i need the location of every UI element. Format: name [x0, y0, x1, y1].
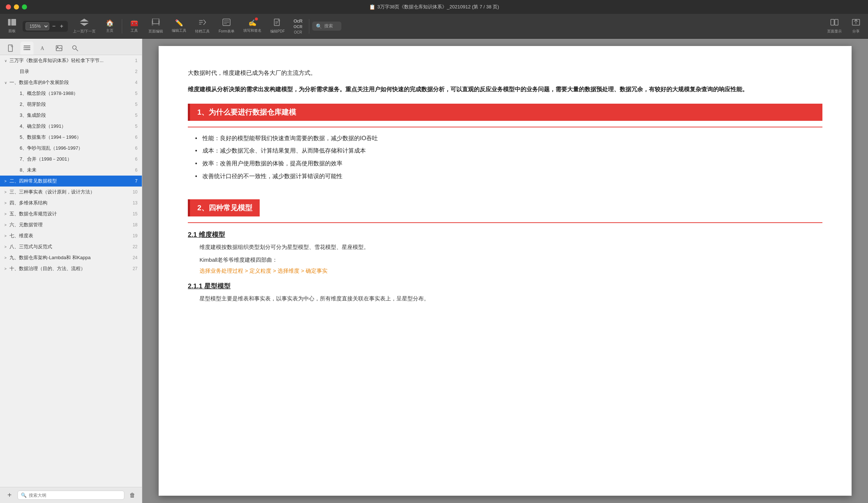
form-button[interactable]: Form表单 [215, 17, 238, 35]
maximize-button[interactable] [22, 4, 27, 9]
subsection21-title: 2.1 维度模型 [188, 230, 822, 239]
toc-toggle: ∨ [4, 59, 9, 63]
edit-pdf-icon [274, 19, 282, 28]
edit-pdf-button[interactable]: 编辑PDF [267, 17, 288, 35]
sidebar-tab-text[interactable]: A [36, 42, 50, 55]
subsection21-text1: 维度建模按数据组织类型划分可分为星型模型、雪花模型、星座模型。 [199, 242, 822, 252]
subsection21-text2: Kimball老爷爷维度建模四部曲： [199, 255, 822, 265]
edit-tools-button[interactable]: ✏️ 编辑工具 [168, 18, 190, 35]
app-icon: 📋 [369, 4, 375, 10]
section1-divider [188, 127, 822, 127]
toc-item[interactable]: 2、萌芽阶段 5 [0, 99, 142, 110]
bullet-item: 成本：减少数据冗余、计算结果复用、从而降低存储和计算成本 [195, 146, 822, 156]
sidebar-tab-search[interactable] [69, 42, 82, 55]
subsection211-title: 2.1.1 星型模型 [188, 282, 822, 291]
toc-item[interactable]: > 八、三范式与反范式 22 [0, 241, 142, 252]
svg-text:A: A [40, 46, 44, 51]
svg-rect-12 [831, 19, 834, 25]
svg-point-20 [24, 47, 24, 48]
panel-button[interactable]: 面板 [3, 18, 21, 35]
nav-button[interactable]: 上一页/下一页 [69, 17, 100, 35]
svg-rect-11 [274, 19, 279, 26]
svg-rect-16 [8, 45, 12, 51]
toc-item[interactable]: 6、争吵与混乱（1996-1997） 6 [0, 143, 142, 154]
divider-2 [309, 19, 309, 34]
toc-list: ∨ 三万字《数据仓库知识体系》轻松拿下字节... 1 目录 2 ∨ 一、数据仓库… [0, 55, 142, 487]
sign-button[interactable]: ✍️ 填写和签名 [240, 18, 265, 35]
section2-header: 2、四种常见模型 [188, 199, 260, 216]
bullet-item: 效率：改善用户使用数据的体验，提高使用数据的效率 [195, 158, 822, 169]
page-display-button[interactable]: 页面显示 [824, 17, 845, 35]
svg-marker-2 [80, 19, 89, 22]
sidebar-tab-file[interactable] [4, 42, 18, 55]
divider-1 [122, 19, 122, 34]
add-button[interactable]: + [4, 490, 15, 500]
toc-item[interactable]: ∨ 一、数据仓库的8个发展阶段 4 [0, 77, 142, 88]
toc-toggle: ∨ [4, 81, 9, 85]
toc-item[interactable]: 1、概念阶段（1978-1988） 5 [0, 88, 142, 99]
convert-icon [198, 19, 206, 28]
traffic-lights [6, 4, 27, 9]
toc-item[interactable]: > 九、数据仓库架构-Lambda和 和Kappa 24 [0, 252, 142, 263]
convert-button[interactable]: 转档工具 [191, 17, 213, 35]
bullet-item: 改善统计口径的不一致性，减少数据计算错误的可能性 [195, 171, 822, 182]
trash-button[interactable]: 🗑 [127, 490, 137, 500]
toc-item[interactable]: 8、未来 6 [0, 165, 142, 176]
toc-item[interactable]: 7、合并（1998－2001） 6 [0, 154, 142, 165]
page-edit-button[interactable]: 页面编辑 [145, 17, 167, 35]
zoom-plus-button[interactable]: + [58, 23, 65, 30]
pdf-area[interactable]: 大数据时代，维度建模已成为各大厂的主流方式。 维度建模从分析决策的需求出发构建模… [142, 39, 868, 503]
zoom-minus-button[interactable]: − [51, 23, 57, 30]
svg-rect-4 [152, 19, 159, 24]
sign-icon: ✍️ [248, 19, 256, 27]
svg-rect-6 [158, 20, 160, 26]
toc-toggle: > [4, 179, 9, 183]
ocr-icon: OcROCR [294, 18, 302, 29]
sidebar-search-icon: 🔍 [21, 492, 27, 498]
sidebar-search-box: 🔍 [18, 491, 124, 500]
subsection21-link: 选择业务处理过程 > 定义粒度 > 选择维度 > 确定事实 [199, 268, 822, 274]
toc-item[interactable]: > 三、三种事实表（设计原则，设计方法） 10 [0, 187, 142, 197]
zoom-select[interactable]: 155% 100% 125% 150% 200% [26, 22, 49, 30]
page-display-icon [830, 19, 838, 28]
sidebar: A ∨ 三万字《数据仓库知识体系》轻松拿下字节... 1 目录 2 [0, 39, 142, 503]
tools-button[interactable]: 🧰 工具 [125, 18, 143, 35]
intro-text-1: 大数据时代，维度建模已成为各大厂的主流方式。 [188, 68, 822, 78]
toolbar: 面板 155% 100% 125% 150% 200% − + 上一页/下一页 … [0, 14, 868, 39]
toc-item[interactable]: 5、数据集市（1994－1996） 6 [0, 132, 142, 143]
panel-icon [8, 19, 16, 27]
toc-item[interactable]: 目录 2 [0, 66, 142, 77]
toc-item[interactable]: > 六、元数据管理 18 [0, 219, 142, 230]
pdf-page: 大数据时代，维度建模已成为各大厂的主流方式。 维度建模从分析决策的需求出发构建模… [159, 46, 852, 496]
home-icon: 🏠 [106, 19, 114, 27]
toc-item[interactable]: 4、确立阶段（1991） 5 [0, 121, 142, 132]
bullet-item: 性能：良好的模型能帮我们快速查询需要的数据，减少数据的IO吞吐 [195, 133, 822, 144]
sidebar-tab-image[interactable] [53, 42, 66, 55]
toc-item[interactable]: > 四、多维体系结构 13 [0, 197, 142, 208]
share-button[interactable]: 分享 [847, 17, 865, 35]
svg-rect-13 [835, 19, 838, 25]
main-layout: A ∨ 三万字《数据仓库知识体系》轻松拿下字节... 1 目录 2 [0, 39, 868, 503]
toc-item[interactable]: ∨ 三万字《数据仓库知识体系》轻松拿下字节... 1 [0, 55, 142, 66]
zoom-control: 155% 100% 125% 150% 200% − + [23, 21, 68, 32]
svg-rect-1 [11, 19, 16, 26]
svg-point-25 [73, 46, 76, 49]
toc-item[interactable]: > 五、数据仓库规范设计 15 [0, 208, 142, 219]
titlebar: 📋 3万字38页《数据仓库知识体系》_20210912 (第 7 / 38 页) [0, 0, 868, 14]
toc-item[interactable]: > 七、维度表 19 [0, 230, 142, 241]
toc-item[interactable]: 3、集成阶段 5 [0, 110, 142, 121]
sidebar-tabs: A [0, 39, 142, 55]
toc-item[interactable]: > 十、数据治理（目的、方法、流程） 27 [0, 263, 142, 274]
close-button[interactable] [6, 4, 11, 9]
minimize-button[interactable] [14, 4, 19, 9]
svg-rect-5 [152, 20, 153, 26]
toc-item-active[interactable]: > 二、四种常见数据模型 7 [0, 176, 142, 187]
home-button[interactable]: 🏠 主页 [101, 18, 119, 35]
section2-header-wrap: 2、四种常见模型 [188, 191, 822, 222]
ocr-button[interactable]: OcROCR OCR [290, 17, 306, 36]
search-button[interactable]: 🔍 搜索 [312, 22, 341, 31]
sidebar-search-input[interactable] [29, 493, 121, 498]
form-icon [222, 19, 230, 28]
edit-tools-icon: ✏️ [175, 19, 183, 27]
sidebar-tab-toc[interactable] [20, 42, 34, 55]
